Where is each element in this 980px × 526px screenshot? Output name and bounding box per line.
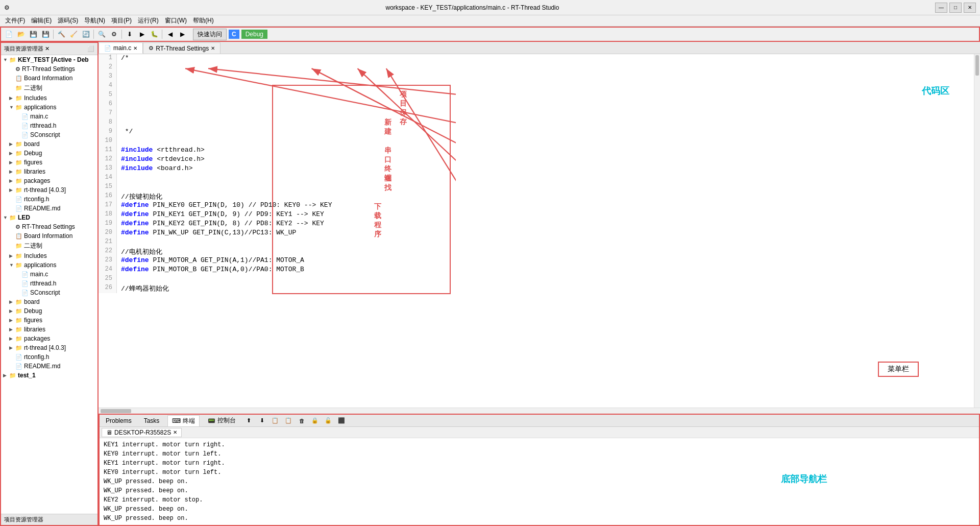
editor-scrollbar[interactable] bbox=[974, 54, 980, 408]
terminal-subtab-close[interactable]: ✕ bbox=[173, 429, 177, 435]
maximize-button[interactable]: □ bbox=[949, 3, 962, 13]
tree-item[interactable]: ▶📁figures bbox=[1, 158, 97, 167]
tree-item[interactable]: 📄main.c bbox=[1, 270, 97, 279]
debug-mode-button[interactable]: Debug bbox=[241, 30, 267, 39]
bottom-tab[interactable]: 📟控制台 bbox=[204, 415, 240, 426]
tree-item[interactable]: ▶📁packages bbox=[1, 176, 97, 185]
line-content[interactable]: #define PIN_KEY1 GET_PIN(D, 9) // PD9: K… bbox=[117, 210, 324, 220]
toolbar-build-btn[interactable]: 🔨 bbox=[56, 29, 67, 40]
line-content[interactable] bbox=[117, 174, 121, 183]
toolbar-download-btn[interactable]: ⬇ bbox=[124, 29, 135, 40]
editor-tab[interactable]: ⚙RT-Thread Settings✕ bbox=[143, 42, 220, 54]
toolbar-forward-btn[interactable]: ▶ bbox=[177, 29, 188, 40]
tree-item[interactable]: ▶📁rt-thread [4.0.3] bbox=[1, 343, 97, 352]
line-content[interactable]: #include <rtdevice.h> bbox=[117, 155, 205, 164]
toolbar-back-btn[interactable]: ◀ bbox=[164, 29, 176, 40]
line-content[interactable] bbox=[117, 238, 121, 247]
line-content[interactable]: #include <rtthread.h> bbox=[117, 146, 205, 155]
line-content[interactable]: #define PIN_WK_UP GET_PIN(C,13)//PC13: W… bbox=[117, 229, 296, 238]
tree-item[interactable]: ▼📁applications bbox=[1, 103, 97, 112]
menu-item-S[interactable]: 源码(S) bbox=[55, 16, 81, 25]
sidebar-bottom-nav[interactable]: 项目资源管理器 bbox=[1, 514, 97, 525]
tree-item[interactable]: ▶📁Includes bbox=[1, 251, 97, 260]
line-content[interactable]: //按键初始化 bbox=[117, 192, 162, 201]
bottom-tab[interactable]: ⌨终端 bbox=[167, 415, 200, 426]
tree-item[interactable]: 📁二进制 bbox=[1, 241, 97, 251]
tree-item[interactable]: 📄SConscript bbox=[1, 130, 97, 139]
tree-item[interactable]: 📋Board Information bbox=[1, 74, 97, 83]
menu-item-F[interactable]: 文件(F) bbox=[2, 16, 28, 25]
tree-item[interactable]: 📄main.c bbox=[1, 112, 97, 121]
close-button[interactable]: ✕ bbox=[964, 3, 976, 13]
tree-item[interactable]: ▶📁Debug bbox=[1, 306, 97, 316]
menu-item-N[interactable]: 导航(N) bbox=[81, 16, 108, 25]
line-content[interactable] bbox=[117, 275, 121, 284]
bottom-panel-action[interactable]: ⬆ bbox=[244, 416, 253, 425]
bottom-tab[interactable]: Tasks bbox=[140, 415, 164, 426]
tree-item[interactable]: 📄rtconfig.h bbox=[1, 352, 97, 362]
toolbar-new-btn[interactable]: 📄 bbox=[3, 29, 14, 40]
editor-scrollbar-thumb[interactable] bbox=[975, 55, 979, 76]
toolbar-save-all-btn[interactable]: 💾 bbox=[40, 29, 51, 40]
line-content[interactable]: //蜂鸣器初始化 bbox=[117, 284, 169, 293]
tree-item[interactable]: ▶📁test_1 bbox=[1, 371, 97, 380]
sidebar-collapse-icon[interactable]: ⬜ bbox=[87, 45, 94, 52]
bottom-panel-action[interactable]: 📋 bbox=[284, 416, 293, 425]
bottom-panel-action[interactable]: 📋 bbox=[271, 416, 280, 425]
menu-item-E[interactable]: 编辑(E) bbox=[28, 16, 55, 25]
toolbar-open-btn[interactable]: 📂 bbox=[15, 29, 27, 40]
tree-item[interactable]: ▶📁Debug bbox=[1, 149, 97, 158]
menu-item-R[interactable]: 运行(R) bbox=[135, 16, 162, 25]
terminal-subtab[interactable]: 🖥DESKTOP-R35582S ✕ bbox=[102, 428, 182, 437]
line-content[interactable]: */ bbox=[117, 128, 133, 137]
tree-item[interactable]: 📄README.md bbox=[1, 204, 97, 213]
editor-hscrollbar-thumb[interactable] bbox=[101, 409, 131, 413]
line-content[interactable] bbox=[117, 137, 121, 146]
tree-item[interactable]: 📁二进制 bbox=[1, 83, 97, 93]
tree-item[interactable]: 📄rtconfig.h bbox=[1, 195, 97, 204]
toolbar-search-btn[interactable]: 🔍 bbox=[96, 29, 107, 40]
tree-item[interactable]: ▶📁board bbox=[1, 297, 97, 306]
tree-item[interactable]: ▼📁applications bbox=[1, 260, 97, 270]
line-content[interactable] bbox=[117, 109, 121, 118]
line-content[interactable]: /* bbox=[117, 54, 129, 63]
toolbar-run-btn[interactable]: ▶ bbox=[136, 29, 148, 40]
toolbar-debug-btn[interactable]: 🐛 bbox=[149, 29, 160, 40]
toolbar-clean-btn[interactable]: 🧹 bbox=[68, 29, 79, 40]
bottom-panel-action[interactable]: 🔒 bbox=[310, 416, 320, 425]
menu-item-P[interactable]: 项目(P) bbox=[108, 16, 135, 25]
tree-item[interactable]: ⚙RT-Thread Settings bbox=[1, 64, 97, 74]
tree-item[interactable]: 📄rtthread.h bbox=[1, 121, 97, 130]
minimize-button[interactable]: — bbox=[935, 3, 947, 13]
menu-item-H[interactable]: 帮助(H) bbox=[190, 16, 217, 25]
line-content[interactable] bbox=[117, 82, 121, 91]
tree-item[interactable]: ▶📁board bbox=[1, 139, 97, 149]
line-content[interactable] bbox=[117, 100, 121, 109]
tree-item[interactable]: ▶📁rt-thread [4.0.3] bbox=[1, 185, 97, 195]
window-controls[interactable]: — □ ✕ bbox=[935, 3, 976, 13]
bottom-panel-action[interactable]: 🔓 bbox=[324, 416, 333, 425]
line-content[interactable] bbox=[117, 183, 121, 192]
menu-item-W[interactable]: 窗口(W) bbox=[162, 16, 190, 25]
line-content[interactable]: #define PIN_MOTOR_A GET_PIN(A,1)//PA1: M… bbox=[117, 256, 304, 266]
editor-hscrollbar[interactable] bbox=[99, 408, 980, 414]
tree-item[interactable]: ▶📁Includes bbox=[1, 93, 97, 103]
tab-close-button[interactable]: ✕ bbox=[133, 45, 137, 51]
tree-item[interactable]: ⚙RT-Thread Settings bbox=[1, 222, 97, 231]
toolbar-settings-btn[interactable]: ⚙ bbox=[108, 29, 119, 40]
line-content[interactable] bbox=[117, 73, 121, 82]
editor-tab[interactable]: 📄main.c✕ bbox=[99, 42, 143, 54]
tree-item[interactable]: ▶📁packages bbox=[1, 334, 97, 343]
line-content[interactable]: #define PIN_KEY2 GET_PIN(D, 8) // PD8: K… bbox=[117, 220, 324, 229]
bottom-panel-action[interactable]: 🗑 bbox=[297, 416, 306, 425]
tree-item[interactable]: 📄rtthread.h bbox=[1, 279, 97, 288]
bottom-panel-action[interactable]: ⬛ bbox=[337, 416, 346, 425]
line-content[interactable] bbox=[117, 63, 121, 73]
tree-item[interactable]: ▼📁KEY_TEST [Active - Deb bbox=[1, 55, 97, 64]
tree-item[interactable]: 📄README.md bbox=[1, 362, 97, 371]
line-content[interactable]: //电机初始化 bbox=[117, 247, 162, 256]
toolbar-refresh-btn[interactable]: 🔄 bbox=[80, 29, 91, 40]
tree-item[interactable]: ▼📁LED bbox=[1, 213, 97, 222]
tree-item[interactable]: ▶📁figures bbox=[1, 316, 97, 325]
line-content[interactable]: #include <board.h> bbox=[117, 164, 192, 174]
